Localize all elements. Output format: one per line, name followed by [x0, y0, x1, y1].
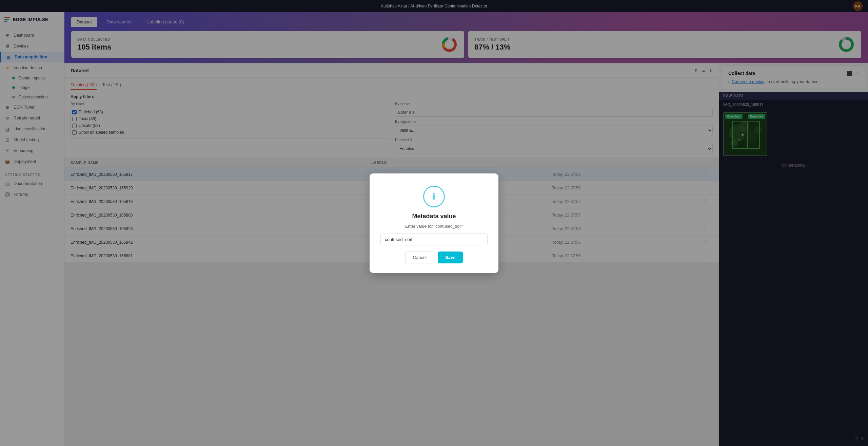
modal-overlay[interactable]: i Metadata value Enter value for "confus… — [0, 0, 868, 446]
modal-info-icon: i — [423, 186, 445, 207]
cancel-button[interactable]: Cancel — [405, 252, 434, 263]
save-button[interactable]: Save — [438, 252, 463, 263]
modal-subtitle: Enter value for "confused_soil" — [405, 224, 463, 229]
modal-buttons: Cancel Save — [405, 252, 463, 263]
modal-dialog: i Metadata value Enter value for "confus… — [370, 173, 498, 273]
modal-input[interactable] — [380, 234, 488, 245]
modal-title: Metadata value — [412, 213, 456, 220]
